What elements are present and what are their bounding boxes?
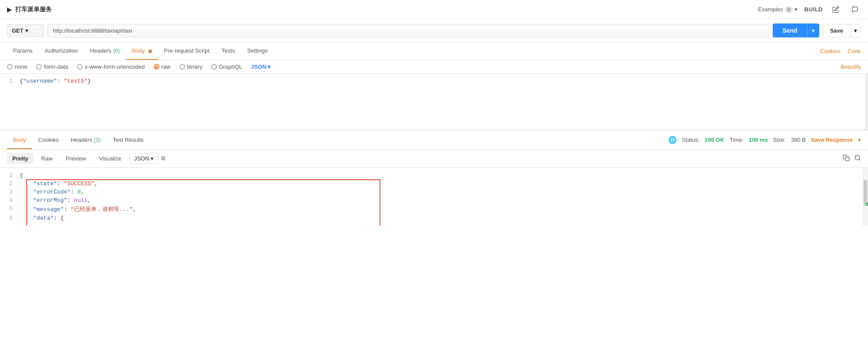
option-urlencoded[interactable]: x-www-form-urlencoded [77,64,145,70]
scroll-marker-1 [866,203,868,204]
tab-params[interactable]: Params [7,42,39,60]
resp-line-6: 6 "data": { [0,214,868,222]
svg-line-2 [859,159,860,160]
tab-body[interactable]: Body [126,42,158,60]
send-dropdown-button[interactable]: ▾ [807,23,819,37]
save-button-group: Save ▾ [823,24,861,37]
radio-urlencoded[interactable] [77,64,83,70]
request-tabs: Params Authorization Headers (8) Body Pr… [0,42,868,60]
save-response-button[interactable]: Save Response [811,137,853,143]
tab-tests[interactable]: Tests [215,42,241,60]
edit-icon[interactable] [830,3,842,16]
editor-resize-handle[interactable] [865,74,868,130]
send-button-group: Send ▾ [773,23,819,37]
radio-graphql[interactable] [211,64,217,70]
top-bar-actions: Examples 0 ▾ BUILD [758,3,861,16]
size-label: Size: [773,137,786,143]
resp-tab-test-results[interactable]: Test Results [107,131,150,149]
scrollbar-thumb[interactable] [864,180,867,206]
option-none[interactable]: none [7,64,27,70]
tab-authorization[interactable]: Authorization [39,42,84,60]
url-input[interactable] [47,24,769,37]
format-tab-preview[interactable]: Preview [61,153,91,164]
method-selector[interactable]: GET ▾ [7,24,44,37]
tab-settings[interactable]: Settings [241,42,274,60]
copy-icon[interactable] [843,154,850,163]
option-binary[interactable]: binary [179,64,202,70]
svg-rect-0 [845,157,849,161]
resp-status-area: 🌐 Status: 200 OK Time: 100 ms Size: 360 … [668,136,861,144]
method-value: GET [12,27,24,34]
tab-headers[interactable]: Headers (8) [84,42,126,60]
response-body: 1 { 2 "state": "SUCCESS", 3 "errorCode":… [0,168,868,226]
format-tab-raw[interactable]: Raw [36,153,58,164]
body-options-left: none form-data x-www-form-urlencoded raw… [7,64,271,70]
app-title: 打车派单服务 [15,6,52,13]
globe-icon: 🌐 [668,136,677,144]
body-options: none form-data x-www-form-urlencoded raw… [0,60,868,74]
tab-pre-request[interactable]: Pre-request Script [158,42,216,60]
scrollbar[interactable] [863,168,868,226]
radio-binary[interactable] [179,64,185,70]
save-dropdown-button[interactable]: ▾ [850,24,861,37]
examples-button[interactable]: Examples 0 ▾ [758,6,797,13]
build-button[interactable]: BUILD [804,6,823,13]
chat-icon[interactable] [849,3,861,16]
size-value: 360 B [791,137,806,143]
option-graphql[interactable]: GraphQL [211,64,242,70]
examples-badge: 0 [785,7,793,13]
resp-line-1: 1 { [0,171,868,180]
resp-format-chevron-icon: ▾ [151,155,154,162]
beautify-button[interactable]: Beautify [841,64,861,70]
format-tab-visualize[interactable]: Visualize [94,153,127,164]
time-value: 100 ms [749,137,768,143]
examples-label: Examples [758,6,783,13]
format-bar: Pretty Raw Preview Visualize JSON ▾ ≡ [0,150,868,168]
response-tabs: Body Cookies Headers (3) Test Results 🌐 … [0,130,868,150]
send-button[interactable]: Send [773,23,807,37]
json-chevron-icon: ▾ [268,64,271,70]
format-tab-pretty[interactable]: Pretty [7,153,34,164]
app-title-area: ▶ 打车派单服务 [7,6,52,13]
url-bar: GET ▾ Send ▾ Save ▾ [0,19,868,42]
radio-none[interactable] [7,64,13,70]
option-raw[interactable]: raw [154,64,171,70]
radio-raw[interactable] [154,64,159,70]
resp-tab-headers[interactable]: Headers (3) [65,131,107,149]
wrap-button[interactable]: ≡ [161,154,166,163]
req-tabs-left: Params Authorization Headers (8) Body Pr… [7,42,274,60]
method-chevron-icon: ▾ [25,27,28,34]
format-bar-right [843,154,861,163]
request-body-editor[interactable]: 1 {"username": "test5"} [0,74,868,130]
scroll-marker-2 [866,204,868,206]
status-value: 200 OK [705,137,724,143]
time-label: Time: [730,137,744,143]
code-link[interactable]: Code [848,48,861,54]
format-bar-left: Pretty Raw Preview Visualize JSON ▾ ≡ [7,153,165,164]
radio-form-data[interactable] [36,64,42,70]
save-resp-chevron-icon[interactable]: ▾ [858,137,861,143]
chevron-down-icon: ▾ [794,6,797,13]
option-form-data[interactable]: form-data [36,64,68,70]
resp-tabs-left: Body Cookies Headers (3) Test Results [7,131,150,149]
top-bar: ▶ 打车派单服务 Examples 0 ▾ BUILD [0,0,868,19]
resp-line-3: 3 "errorCode": 0, [0,188,868,196]
resp-line-5: 5 "message": "已经派单，请稍等...", [0,204,868,214]
format-json-select[interactable]: JSON ▾ [251,64,270,70]
save-button[interactable]: Save [823,24,850,37]
resp-format-select[interactable]: JSON ▾ [129,153,158,164]
status-label: Status: [682,137,700,143]
search-icon[interactable] [854,154,861,163]
svg-point-1 [855,155,860,160]
cookies-link[interactable]: Cookies [820,48,841,54]
editor-line-1: 1 {"username": "test5"} [0,77,868,85]
resp-line-4: 4 "errorMsg": null, [0,196,868,204]
resp-tab-cookies[interactable]: Cookies [32,131,65,149]
resp-tab-body[interactable]: Body [7,131,32,149]
resp-line-2: 2 "state": "SUCCESS", [0,180,868,188]
expand-icon[interactable]: ▶ [7,6,12,13]
req-tabs-right: Cookies Code [820,48,861,54]
